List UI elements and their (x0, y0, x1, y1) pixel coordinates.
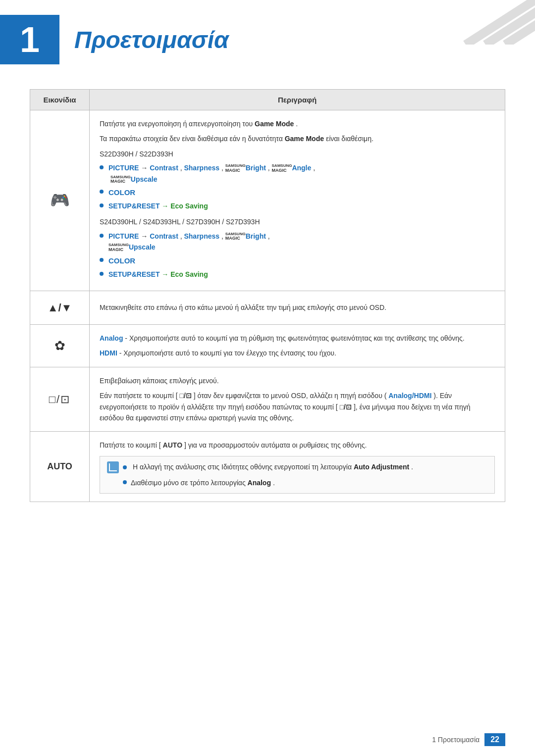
icon-cell-source: □/⊡ (30, 367, 90, 432)
note-icon-1 (107, 461, 119, 473)
icon-cell-updown: ▲/▼ (30, 291, 90, 324)
auto-note-bullet-1: Η αλλαγή της ανάλυσης στις Ιδιότητες οθό… (123, 461, 413, 472)
gamepad-icon: 🎮 (50, 191, 70, 209)
auto-note-row-1: Η αλλαγή της ανάλυσης στις Ιδιότητες οθό… (107, 461, 487, 473)
brightness-icon: ✿ (54, 338, 65, 353)
auto-desc-1: Πατήστε το κουμπί [ AUTO ] για να προσαρ… (100, 440, 495, 451)
bullet-dot-5 (100, 258, 104, 262)
auto-label: AUTO (47, 461, 72, 471)
auto-bullet-dot-1 (123, 465, 127, 469)
footer-page-number: 22 (484, 733, 505, 746)
updown-icon: ▲/▼ (48, 302, 72, 314)
samsung-magic-upscale-sup1: SAMSUNGMAGIC (110, 175, 131, 185)
auto-bullet-dot-2 (123, 480, 127, 484)
s22-bullet-1-text: PICTURE → Contrast , Sharpness , SAMSUNG… (108, 162, 315, 185)
s22-bullet-3: SETUP&RESET → Eco Saving (100, 201, 495, 211)
main-table: Εικονίδια Περιγραφή 🎮 Πατήστε για ενεργο… (30, 89, 505, 502)
desc-cell-gamepad: Πατήστε για ενεργοποίηση ή απενεργοποίησ… (90, 110, 505, 291)
brightness-analog-line: Analog - Χρησιμοποιήστε αυτό το κουμπί γ… (100, 333, 495, 344)
table-row-gamepad: 🎮 Πατήστε για ενεργοποίηση ή απενεργοποί… (30, 110, 505, 291)
s22-color-label: COLOR (108, 187, 135, 199)
model-s22: S22D390H / S22D393H (100, 149, 495, 159)
brightness-hdmi-line: HDMI - Χρησιμοποιήστε αυτό το κουμπί για… (100, 348, 495, 358)
bullet-dot-2 (100, 190, 104, 194)
col-header-icons: Εικονίδια (30, 90, 90, 110)
bullet-dot-1 (100, 165, 104, 169)
bullet-dot-4 (100, 234, 104, 238)
page-title: Προετοιμασία (74, 26, 229, 53)
s22-bullet-2: COLOR (100, 187, 495, 199)
updown-desc: Μετακινηθείτε στο επάνω ή στο κάτω μενού… (100, 302, 495, 313)
table-row-auto: AUTO Πατήστε το κουμπί [ AUTO ] για να π… (30, 432, 505, 502)
s24-bullet-3: SETUP&RESET → Eco Saving (100, 269, 495, 280)
source-desc-1: Επιβεβαίωση κάποιας επιλογής μενού. (100, 375, 495, 386)
model-s24: S24D390HL / S24D393HL / S27D390H / S27D3… (100, 216, 495, 227)
icon-cell-gamepad: 🎮 (30, 110, 90, 291)
footer-section: 1 Προετοιμασία (432, 736, 480, 744)
auto-note-box: Η αλλαγή της ανάλυσης στις Ιδιότητες οθό… (100, 456, 495, 494)
col-header-desc: Περιγραφή (90, 90, 505, 110)
auto-note-bullet-2: Διαθέσιμο μόνο σε τρόπο λειτουργίας Anal… (131, 477, 275, 488)
desc-cell-updown: Μετακινηθείτε στο επάνω ή στο κάτω μενού… (90, 291, 505, 324)
samsung-magic-bright-sup2: SAMSUNGMAGIC (225, 232, 246, 242)
bullet-dot-3 (100, 203, 104, 207)
top-decoration (426, 0, 535, 45)
chapter-number: 1 (0, 15, 59, 64)
s24-bullet-1: PICTURE → Contrast , Sharpness , SAMSUNG… (100, 231, 495, 253)
s22-setup-text: SETUP&RESET → Eco Saving (108, 201, 208, 211)
source-icon: □/⊡ (49, 393, 70, 405)
samsung-magic-bright-sup: SAMSUNGMAGIC (225, 164, 246, 173)
s24-bullet-1-text: PICTURE → Contrast , Sharpness , SAMSUNG… (108, 231, 270, 253)
icon-cell-brightness: ✿ (30, 325, 90, 367)
page-wrapper: 1 Προετοιμασία Εικονίδια Περιγραφή 🎮 (0, 0, 535, 756)
s22-bullet-list: PICTURE → Contrast , Sharpness , SAMSUNG… (100, 162, 495, 211)
s22-bullet-1: PICTURE → Contrast , Sharpness , SAMSUNG… (100, 162, 495, 185)
desc-cell-source: Επιβεβαίωση κάποιας επιλογής μενού. Εάν … (90, 367, 505, 432)
source-desc-2: Εάν πατήσετε το κουμπί [ □/⊡ ] όταν δεν … (100, 390, 495, 423)
content-area: Εικονίδια Περιγραφή 🎮 Πατήστε για ενεργο… (0, 89, 535, 532)
auto-note-row-2: Διαθέσιμο μόνο σε τρόπο λειτουργίας Anal… (123, 477, 487, 488)
page-footer: 1 Προετοιμασία 22 (432, 733, 505, 746)
samsung-magic-upscale-sup2: SAMSUNGMAGIC (108, 243, 129, 252)
desc-cell-brightness: Analog - Χρησιμοποιήστε αυτό το κουμπί γ… (90, 325, 505, 367)
s24-color-label: COLOR (108, 255, 135, 267)
desc-cell-auto: Πατήστε το κουμπί [ AUTO ] για να προσαρ… (90, 432, 505, 502)
table-row-updown: ▲/▼ Μετακινηθείτε στο επάνω ή στο κάτω μ… (30, 291, 505, 324)
bullet-dot-6 (100, 272, 104, 276)
table-row-source: □/⊡ Επιβεβαίωση κάποιας επιλογής μενού. … (30, 367, 505, 432)
s24-bullet-2: COLOR (100, 255, 495, 267)
table-row-brightness: ✿ Analog - Χρησιμοποιήστε αυτό το κουμπί… (30, 325, 505, 367)
gamepad-desc-2: Τα παρακάτω στοιχεία δεν είναι διαθέσιμα… (100, 133, 495, 144)
s24-setup-text: SETUP&RESET → Eco Saving (108, 269, 208, 280)
samsung-magic-angle-sup: SAMSUNGMAGIC (272, 164, 292, 173)
s24-bullet-list: PICTURE → Contrast , Sharpness , SAMSUNG… (100, 231, 495, 280)
gamepad-desc-1: Πατήστε για ενεργοποίηση ή απενεργοποίησ… (100, 118, 495, 129)
icon-cell-auto: AUTO (30, 432, 90, 502)
